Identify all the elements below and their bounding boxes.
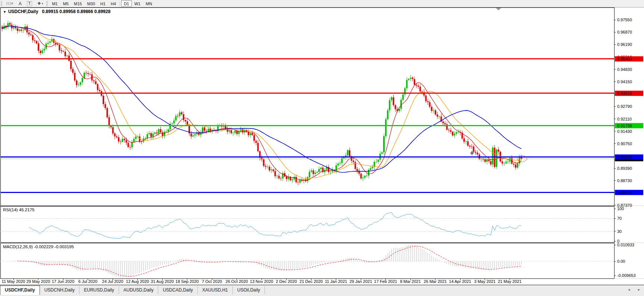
price-tick-label: 0.88730 bbox=[617, 178, 632, 183]
timeframe-toolbar-grip[interactable] bbox=[46, 1, 48, 6]
price-tick-label: 0.94150 bbox=[617, 80, 632, 84]
chart-annotations[interactable] bbox=[470, 8, 527, 162]
rsi-tick-label: 100 bbox=[617, 206, 624, 211]
timeframe-m15-button[interactable]: M15 bbox=[71, 0, 84, 7]
date-tick-label: 26 Oct 2020 bbox=[226, 279, 248, 284]
timeframe-h4-button[interactable]: H4 bbox=[108, 0, 119, 7]
tab-xauusd-h1[interactable]: XAUUSD,H1 bbox=[198, 286, 233, 294]
time-axis: 11 May 202029 May 202017 Jun 20206 Jul 2… bbox=[2, 278, 522, 284]
price-tick-label: 0.97550 bbox=[617, 18, 632, 22]
tab-usdcnh-daily[interactable]: USDCNH,Daily bbox=[40, 286, 79, 294]
toolbar-grip[interactable] bbox=[1, 1, 2, 6]
tab-usdcad-daily[interactable]: USDCAD,Daily bbox=[158, 286, 198, 294]
date-tick-label: 12 Aug 2020 bbox=[126, 279, 149, 284]
date-tick-label: 21 May 2021 bbox=[498, 279, 522, 284]
price-pane[interactable] bbox=[0, 21, 614, 193]
date-tick-label: 29 Jan 2021 bbox=[350, 279, 372, 284]
date-tick-label: 26 Mar 2021 bbox=[424, 279, 447, 284]
date-tick-label: 13 Nov 2020 bbox=[250, 279, 273, 284]
text-tool-button[interactable]: A bbox=[16, 0, 24, 7]
price-badge: 0.93516 bbox=[617, 91, 632, 96]
price-tick-label: 0.94830 bbox=[617, 67, 632, 72]
fibonacci-tool-button[interactable]: F bbox=[4, 0, 16, 7]
date-tick-label: 21 Dec 2020 bbox=[300, 279, 323, 284]
chevron-down-icon: ▾ bbox=[42, 2, 43, 5]
text-label-tool-button[interactable]: T bbox=[24, 0, 35, 7]
tab-scroll-arrows: ◄ ► bbox=[624, 286, 644, 294]
tab-usoil-daily[interactable]: USOil,Daily bbox=[233, 286, 265, 294]
chart-tab-bar: USDCHF,Daily USDCNH,Daily EURUSD,Daily A… bbox=[0, 286, 644, 296]
price-tick-label: 0.90750 bbox=[617, 141, 632, 146]
ohlc-readout: 0.89915 0.89958 0.89866 0.89928 bbox=[42, 9, 111, 14]
timeframe-m1-button[interactable]: M1 bbox=[49, 0, 60, 7]
pane-frames bbox=[0, 7, 644, 285]
timeframe-m5-button[interactable]: M5 bbox=[60, 0, 71, 7]
arrows-tool-button[interactable]: ❖ ▾ bbox=[35, 0, 46, 7]
toolbar-separator bbox=[120, 1, 120, 6]
timeframe-mn-button[interactable]: MN bbox=[143, 0, 154, 7]
collapse-triangle-icon[interactable]: ▼ bbox=[3, 10, 6, 14]
date-tick-label: 14 Apr 2021 bbox=[449, 279, 471, 284]
date-tick-label: 11 Jan 2021 bbox=[325, 279, 347, 284]
price-tick-label: 0.92790 bbox=[617, 104, 632, 109]
macd-pane-label: MACD(12,26,9) -0.002229 -0.003195 bbox=[3, 244, 74, 249]
timeframe-h1-button[interactable]: H1 bbox=[98, 0, 108, 7]
date-tick-label: 2 Dec 2020 bbox=[276, 279, 297, 284]
timeframe-d1-button[interactable]: D1 bbox=[121, 0, 132, 7]
tab-usdchf-daily[interactable]: USDCHF,Daily bbox=[0, 286, 40, 295]
mt4-window: { "toolbar": { "tools": {"fibonacci": "F… bbox=[0, 0, 644, 296]
date-tick-label: 3 May 2021 bbox=[474, 279, 495, 284]
macd-tick-label: -0.009653 bbox=[617, 273, 636, 278]
top-toolbar: F A T ❖ ▾ M1 M5 M15 M30 H1 H4 D1 W1 MN bbox=[0, 0, 644, 7]
date-tick-label: 6 Jul 2020 bbox=[78, 279, 97, 284]
date-tick-label: 31 Aug 2020 bbox=[151, 279, 174, 284]
chart-title: ▼USDCHF,Daily0.89915 0.89958 0.89866 0.8… bbox=[3, 9, 110, 14]
price-badge: 0.95404 bbox=[617, 57, 632, 61]
price-axis: 0.975500.968700.961900.955100.948300.941… bbox=[614, 18, 643, 278]
date-tick-label: 11 May 2020 bbox=[2, 279, 25, 284]
rsi-tick-label: 30 bbox=[617, 229, 622, 234]
tab-eurusd-daily[interactable]: EURUSD,Daily bbox=[79, 286, 119, 294]
macd-tick-label: 0.010933 bbox=[617, 243, 634, 247]
macd-tick-label: 0.00 bbox=[617, 259, 625, 264]
timeframe-w1-button[interactable]: W1 bbox=[132, 0, 143, 7]
tab-scroll-left-icon[interactable]: ◄ bbox=[624, 288, 634, 292]
price-badge: 0.91739 bbox=[617, 124, 632, 128]
symbol-period-label: USDCHF,Daily bbox=[8, 9, 38, 14]
timeframe-m30-button[interactable]: M30 bbox=[84, 0, 97, 7]
date-tick-label: 17 Feb 2021 bbox=[374, 279, 397, 284]
text-icon: A bbox=[19, 1, 22, 6]
price-tick-label: 0.89390 bbox=[617, 166, 632, 171]
macd-pane[interactable] bbox=[0, 244, 614, 278]
date-tick-label: 24 Jul 2020 bbox=[102, 279, 124, 284]
slow-ma bbox=[2, 26, 521, 172]
price-tick-label: 0.96190 bbox=[617, 42, 632, 47]
price-badge: 0.90018 bbox=[617, 155, 632, 159]
fibonacci-icon bbox=[6, 2, 11, 6]
date-tick-label: 29 May 2020 bbox=[26, 279, 50, 284]
price-badge: 0.88074 bbox=[617, 190, 632, 195]
text-label-icon: T bbox=[27, 1, 32, 6]
rsi-pane-label: RSI(14) 45.2175 bbox=[3, 208, 34, 212]
chart-shift-marker bbox=[496, 8, 501, 10]
date-tick-label: 8 Mar 2021 bbox=[400, 279, 421, 284]
date-tick-label: 17 Jun 2020 bbox=[52, 279, 75, 284]
price-tick-label: 0.92110 bbox=[617, 117, 632, 121]
rsi-line bbox=[29, 212, 522, 239]
date-tick-label: 7 Oct 2020 bbox=[202, 279, 222, 284]
price-tick-label: 0.91430 bbox=[617, 129, 632, 134]
price-tick-label: 0.96870 bbox=[617, 30, 632, 34]
rsi-pane[interactable] bbox=[0, 212, 614, 239]
arrows-icon: ❖ bbox=[37, 1, 41, 6]
date-tick-label: 18 Sep 2020 bbox=[175, 279, 198, 284]
fibonacci-icon-letter: F bbox=[12, 2, 13, 5]
tab-audusd-daily[interactable]: AUDUSD,Daily bbox=[119, 286, 159, 294]
rsi-tick-label: 70 bbox=[617, 216, 622, 221]
chart-canvas[interactable]: 0.975500.968700.961900.955100.948300.941… bbox=[0, 0, 644, 296]
tab-scroll-right-icon[interactable]: ► bbox=[634, 288, 644, 292]
